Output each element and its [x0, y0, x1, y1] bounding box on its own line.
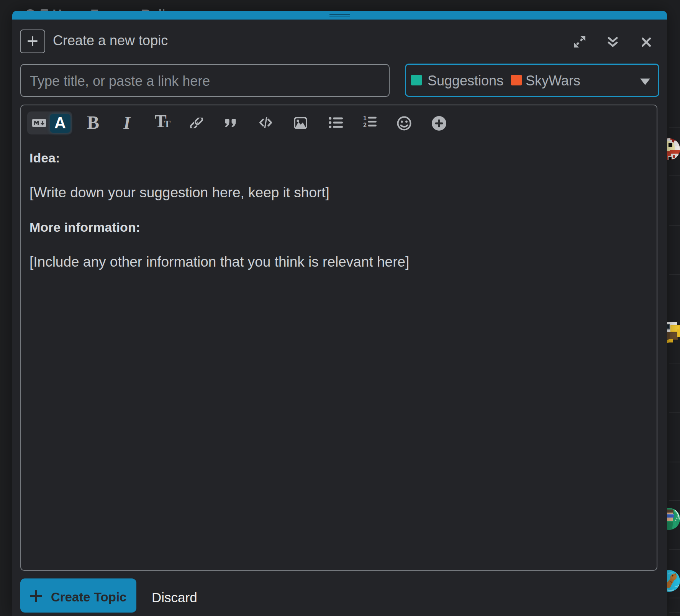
- svg-text:2: 2: [363, 122, 367, 128]
- svg-text:1: 1: [363, 116, 367, 121]
